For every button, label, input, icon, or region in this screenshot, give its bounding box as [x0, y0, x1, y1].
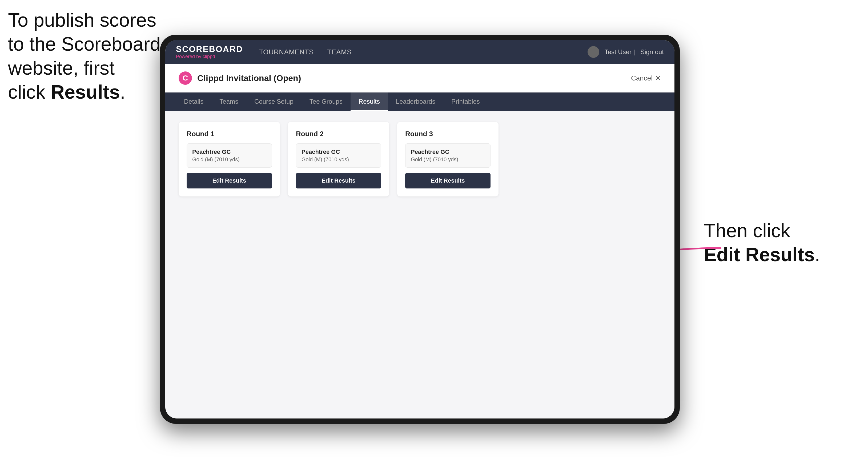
top-nav-right: Test User | Sign out [588, 46, 664, 58]
round-1-course-name: Peachtree GC [192, 149, 266, 155]
edit-results-button-1[interactable]: Edit Results [187, 173, 272, 188]
main-content: Round 1 Peachtree GC Gold (M) (7010 yds)… [165, 111, 675, 418]
round-card-2: Round 2 Peachtree GC Gold (M) (7010 yds)… [288, 122, 389, 196]
nav-tournaments[interactable]: TOURNAMENTS [259, 48, 314, 56]
instruction-line4-plain: click [8, 81, 51, 103]
instruction-edit-results-bold: Edit Results [704, 244, 815, 265]
instruction-right: Then click Edit Results. [704, 219, 820, 267]
instruction-results-bold: Results [51, 81, 120, 103]
rounds-grid: Round 1 Peachtree GC Gold (M) (7010 yds)… [179, 122, 661, 196]
nav-teams[interactable]: TEAMS [327, 48, 352, 56]
logo-area: SCOREBOARD Powered by clippd [176, 45, 243, 59]
round-1-course-info: Peachtree GC Gold (M) (7010 yds) [187, 144, 272, 168]
tournament-name: Clippd Invitational (Open) [197, 73, 301, 83]
close-icon: ✕ [655, 74, 661, 82]
tablet-device: SCOREBOARD Powered by clippd TOURNAMENTS… [160, 35, 680, 424]
cancel-button[interactable]: Cancel ✕ [631, 74, 661, 82]
round-2-course-details: Gold (M) (7010 yds) [302, 156, 376, 163]
edit-results-button-3[interactable]: Edit Results [405, 173, 491, 188]
tab-details[interactable]: Details [176, 93, 211, 111]
tab-results[interactable]: Results [350, 93, 388, 111]
round-2-course-info: Peachtree GC Gold (M) (7010 yds) [296, 144, 381, 168]
nav-links: TOURNAMENTS TEAMS [259, 48, 588, 56]
tab-tee-groups[interactable]: Tee Groups [302, 93, 350, 111]
edit-results-button-2[interactable]: Edit Results [296, 173, 381, 188]
tab-leaderboards[interactable]: Leaderboards [388, 93, 443, 111]
instruction-line4: click Results. [8, 81, 125, 103]
user-info: Test User | [604, 48, 635, 56]
instruction-then-click: Then click [704, 220, 790, 241]
tab-printables[interactable]: Printables [443, 93, 488, 111]
tab-course-setup[interactable]: Course Setup [246, 93, 302, 111]
instruction-line2: to the Scoreboard [8, 33, 160, 55]
avatar [588, 46, 599, 58]
logo-sub: Powered by clippd [176, 54, 243, 59]
round-2-course-name: Peachtree GC [302, 149, 376, 155]
instruction-line1: To publish scores [8, 9, 156, 31]
tournament-title-area: C Clippd Invitational (Open) [179, 71, 301, 85]
logo-text: SCOREBOARD [176, 45, 243, 53]
round-3-course-info: Peachtree GC Gold (M) (7010 yds) [405, 144, 491, 168]
round-1-title: Round 1 [187, 130, 272, 138]
round-3-title: Round 3 [405, 130, 491, 138]
cancel-label: Cancel [631, 74, 653, 82]
instruction-left: To publish scores to the Scoreboard webs… [8, 8, 160, 104]
round-3-course-details: Gold (M) (7010 yds) [411, 156, 485, 163]
tournament-header: C Clippd Invitational (Open) Cancel ✕ [165, 64, 675, 93]
round-card-3: Round 3 Peachtree GC Gold (M) (7010 yds)… [397, 122, 498, 196]
top-navigation: SCOREBOARD Powered by clippd TOURNAMENTS… [165, 40, 675, 64]
sign-out-link[interactable]: Sign out [640, 48, 664, 56]
tournament-icon: C [179, 71, 192, 85]
tab-teams[interactable]: Teams [211, 93, 246, 111]
round-1-course-details: Gold (M) (7010 yds) [192, 156, 266, 163]
tab-navigation: Details Teams Course Setup Tee Groups Re… [165, 93, 675, 111]
instruction-line3: website, first [8, 57, 115, 79]
round-3-course-name: Peachtree GC [411, 149, 485, 155]
round-card-1: Round 1 Peachtree GC Gold (M) (7010 yds)… [179, 122, 280, 196]
tablet-screen: SCOREBOARD Powered by clippd TOURNAMENTS… [165, 40, 675, 418]
round-2-title: Round 2 [296, 130, 381, 138]
